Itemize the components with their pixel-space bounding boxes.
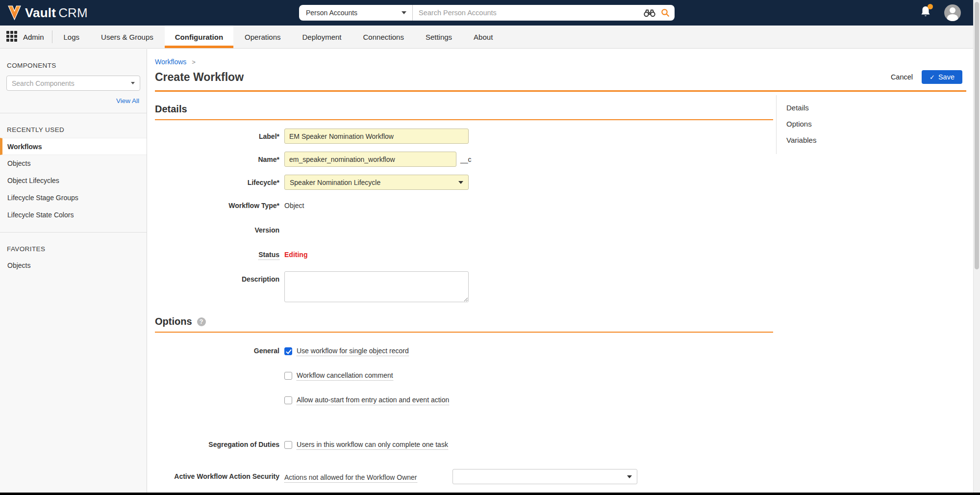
workflow-type-label: Workflow Type* bbox=[155, 198, 279, 209]
version-label: Version bbox=[155, 222, 279, 234]
cancel-button[interactable]: Cancel bbox=[891, 73, 913, 81]
checkbox-cancellation-comment[interactable] bbox=[284, 372, 292, 380]
checkbox-cancellation-comment-label[interactable]: Workflow cancellation comment bbox=[297, 371, 393, 379]
notifications-bell-icon[interactable] bbox=[920, 5, 931, 20]
vault-crm-app: VaultCRM Person Accounts bbox=[0, 0, 980, 495]
components-search bbox=[6, 76, 140, 91]
components-search-input[interactable] bbox=[12, 79, 131, 87]
chevron-down-icon bbox=[402, 11, 406, 14]
page-title: Create Workflow bbox=[155, 71, 244, 84]
options-section-divider bbox=[155, 332, 773, 333]
grid-launcher-icon bbox=[6, 31, 18, 43]
help-icon[interactable]: ? bbox=[197, 317, 206, 326]
details-section-divider bbox=[155, 119, 773, 120]
workflow-owner-actions-label: Actions not allowed for the Workflow Own… bbox=[284, 469, 446, 484]
launcher-label: Admin bbox=[23, 33, 44, 41]
breadcrumb-workflows-link[interactable]: Workflows bbox=[155, 58, 186, 66]
name-suffix: __c bbox=[460, 152, 472, 167]
components-sidebar: COMPONENTS View All RECENTLY USED Workfl… bbox=[0, 49, 147, 495]
checkbox-auto-start-label[interactable]: Allow auto-start from entry action and e… bbox=[297, 396, 449, 404]
action-security-group-label: Active Workflow Action Security bbox=[155, 469, 279, 495]
details-section-title: Details bbox=[155, 104, 187, 115]
sidebar-item-favorite-objects[interactable]: Objects bbox=[0, 257, 147, 274]
toc-variables[interactable]: Variables bbox=[786, 132, 835, 148]
sidebar-item-objects[interactable]: Objects bbox=[0, 155, 147, 172]
recently-used-list: Workflows Objects Object Lifecycles Life… bbox=[0, 138, 147, 224]
components-heading: COMPONENTS bbox=[7, 62, 147, 69]
page-divider bbox=[155, 90, 966, 92]
toc-options[interactable]: Options bbox=[786, 116, 835, 132]
page-actions: Cancel ✓ Save bbox=[891, 70, 966, 84]
status-label: Status bbox=[155, 247, 279, 259]
lifecycle-select-value: Speaker Nomination Lifecycle bbox=[290, 179, 380, 186]
checkbox-one-task-label[interactable]: Users in this workflow can only complete… bbox=[297, 441, 448, 448]
lifecycle-select[interactable]: Speaker Nomination Lifecycle bbox=[284, 175, 469, 190]
veeva-v-icon bbox=[8, 5, 21, 20]
main-content: Details Options Variables Workflows > Cr… bbox=[148, 49, 973, 495]
favorites-list: Objects bbox=[0, 257, 147, 274]
workflow-owner-actions-select[interactable] bbox=[452, 469, 637, 484]
label-field-label: Label* bbox=[155, 129, 279, 144]
breadcrumb-separator: > bbox=[192, 58, 196, 66]
chevron-down-icon bbox=[627, 475, 632, 478]
search-scope-value: Person Accounts bbox=[306, 9, 357, 17]
sidebar-item-workflows[interactable]: Workflows bbox=[0, 138, 147, 155]
tab-connections[interactable]: Connections bbox=[353, 26, 414, 48]
sidebar-item-lifecycle-stage-groups[interactable]: Lifecycle Stage Groups bbox=[0, 189, 147, 207]
check-icon: ✓ bbox=[930, 74, 935, 81]
checkbox-single-object-record[interactable] bbox=[284, 347, 292, 355]
sidebar-divider bbox=[0, 113, 147, 113]
page-toc: Details Options Variables bbox=[776, 95, 835, 154]
notification-badge bbox=[928, 4, 933, 9]
global-search: Person Accounts bbox=[299, 5, 675, 21]
window-bottom-edge bbox=[0, 493, 980, 495]
search-scope-selector[interactable]: Person Accounts bbox=[299, 5, 413, 21]
search-input[interactable] bbox=[419, 9, 638, 17]
general-group-label: General bbox=[155, 347, 279, 420]
tab-about[interactable]: About bbox=[463, 26, 503, 48]
binoculars-icon[interactable] bbox=[643, 9, 656, 17]
save-button[interactable]: ✓ Save bbox=[922, 70, 962, 84]
window-scrollbar[interactable] bbox=[973, 0, 980, 495]
chevron-down-icon bbox=[458, 181, 463, 184]
name-field-input[interactable] bbox=[284, 152, 456, 167]
search-icon[interactable] bbox=[661, 8, 670, 17]
sidebar-divider bbox=[0, 232, 147, 233]
top-bar-right bbox=[920, 0, 961, 26]
tab-users-groups[interactable]: Users & Groups bbox=[91, 26, 164, 48]
description-label: Description bbox=[155, 271, 279, 304]
top-bar: VaultCRM Person Accounts bbox=[0, 0, 980, 26]
label-field-input[interactable] bbox=[284, 129, 469, 144]
name-field-label: Name* bbox=[155, 152, 279, 167]
admin-tab-bar: Admin Logs Users & Groups Configuration … bbox=[0, 26, 980, 49]
tab-configuration[interactable]: Configuration bbox=[165, 26, 233, 48]
tab-logs[interactable]: Logs bbox=[53, 26, 90, 48]
brand-text: VaultCRM bbox=[25, 5, 88, 21]
segregation-group-label: Segregation of Duties bbox=[155, 441, 279, 449]
toc-details[interactable]: Details bbox=[786, 100, 835, 116]
vault-crm-logo[interactable]: VaultCRM bbox=[8, 0, 88, 26]
chevron-down-icon[interactable] bbox=[131, 82, 135, 84]
app-launcher[interactable]: Admin bbox=[0, 26, 52, 48]
details-section: Details Label* Name* __c bbox=[155, 104, 773, 304]
breadcrumb: Workflows > bbox=[155, 58, 973, 66]
tab-settings[interactable]: Settings bbox=[415, 26, 462, 48]
workflow-type-value: Object bbox=[284, 198, 304, 209]
tabbar-divider bbox=[52, 30, 52, 43]
user-avatar[interactable] bbox=[944, 4, 961, 21]
save-label: Save bbox=[938, 73, 955, 81]
sidebar-item-lifecycle-state-colors[interactable]: Lifecycle State Colors bbox=[0, 207, 147, 224]
status-value: Editing bbox=[284, 247, 307, 259]
checkbox-single-object-record-label[interactable]: Use workflow for single object record bbox=[297, 347, 409, 355]
view-all-link[interactable]: View All bbox=[0, 97, 139, 104]
scrollbar-thumb[interactable] bbox=[975, 2, 979, 269]
checkbox-auto-start[interactable] bbox=[284, 396, 292, 404]
tab-deployment[interactable]: Deployment bbox=[292, 26, 352, 48]
tab-operations[interactable]: Operations bbox=[234, 26, 291, 48]
checkbox-one-task[interactable] bbox=[284, 441, 292, 449]
options-section-title: Options bbox=[155, 316, 192, 327]
sidebar-item-object-lifecycles[interactable]: Object Lifecycles bbox=[0, 172, 147, 189]
description-textarea[interactable] bbox=[284, 271, 469, 302]
recently-used-heading: RECENTLY USED bbox=[7, 126, 147, 133]
favorites-heading: FAVORITES bbox=[7, 245, 147, 253]
